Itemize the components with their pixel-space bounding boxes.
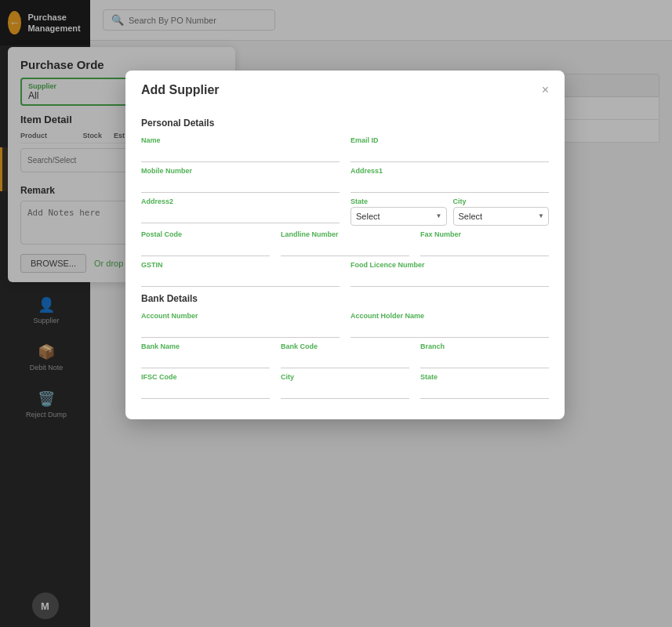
postal-landline-fax-row: Postal Code Landline Number Fax Number [141, 230, 549, 256]
bank-code-group: Bank Code [281, 342, 409, 368]
branch-group: Branch [420, 342, 549, 368]
account-row: Account Number Account Holder Name [141, 312, 549, 338]
fax-input[interactable] [420, 240, 549, 256]
gstin-label: GSTIN [141, 261, 340, 269]
city-select[interactable]: Select [453, 207, 550, 226]
bank-state-label: State [420, 373, 549, 381]
gstin-food-row: GSTIN Food Licence Number [141, 261, 549, 287]
modal-title: Add Supplier [141, 83, 220, 97]
bank-city-input[interactable] [281, 382, 409, 399]
email-group: Email ID [351, 136, 549, 162]
fax-label: Fax Number [420, 230, 549, 238]
bank-code-input[interactable] [281, 352, 409, 368]
ifsc-group: IFSC Code [141, 373, 270, 399]
email-input[interactable] [351, 146, 549, 162]
gstin-input[interactable] [141, 270, 340, 287]
bank-name-group: Bank Name [141, 342, 270, 368]
close-button[interactable]: × [542, 84, 549, 96]
address2-label: Address2 [141, 198, 340, 205]
bank-code-label: Bank Code [281, 342, 409, 350]
branch-input[interactable] [420, 352, 549, 368]
bank-state-group: State [420, 373, 549, 399]
fax-group: Fax Number [420, 230, 549, 256]
address1-label: Address1 [351, 167, 549, 175]
account-number-label: Account Number [141, 312, 340, 320]
ifsc-input[interactable] [141, 382, 270, 399]
food-licence-group: Food Licence Number [351, 261, 549, 287]
food-licence-label: Food Licence Number [351, 261, 549, 269]
city-label: City [453, 198, 550, 205]
address1-group: Address1 [351, 167, 549, 193]
address2-group: Address2 [141, 198, 340, 226]
postal-group: Postal Code [141, 230, 270, 256]
ifsc-label: IFSC Code [141, 373, 270, 381]
bank-city-group: City [281, 373, 409, 399]
account-number-group: Account Number [141, 312, 340, 338]
bank-name-code-branch-row: Bank Name Bank Code Branch [141, 342, 549, 368]
email-label: Email ID [351, 136, 549, 144]
bank-details-title: Bank Details [141, 293, 549, 304]
modal-body: Personal Details Name Email ID Mobile Nu… [125, 105, 565, 419]
name-input[interactable] [141, 146, 340, 162]
bank-name-input[interactable] [141, 352, 270, 368]
city-group: City Select ▼ [453, 198, 550, 226]
postal-input[interactable] [141, 240, 270, 256]
bank-name-label: Bank Name [141, 342, 270, 350]
add-supplier-modal: Add Supplier × Personal Details Name Ema… [125, 71, 565, 419]
name-label: Name [141, 136, 340, 144]
name-group: Name [141, 136, 340, 162]
mobile-input[interactable] [141, 176, 340, 193]
address2-state-row: Address2 State Select ▼ City Select ▼ [141, 198, 549, 226]
account-holder-label: Account Holder Name [351, 312, 549, 320]
landline-label: Landline Number [281, 230, 409, 238]
account-holder-input[interactable] [351, 321, 549, 338]
account-holder-group: Account Holder Name [351, 312, 549, 338]
state-group: State Select ▼ [351, 198, 447, 226]
postal-label: Postal Code [141, 230, 270, 238]
name-email-row: Name Email ID [141, 136, 549, 162]
ifsc-city-state-row: IFSC Code City State [141, 373, 549, 399]
mobile-label: Mobile Number [141, 167, 340, 175]
food-licence-input[interactable] [351, 270, 549, 287]
branch-label: Branch [420, 342, 549, 350]
gstin-group: GSTIN [141, 261, 340, 287]
mobile-group: Mobile Number [141, 167, 340, 193]
state-label: State [351, 198, 447, 205]
modal-header: Add Supplier × [125, 71, 565, 105]
personal-details-title: Personal Details [141, 118, 549, 129]
address1-input[interactable] [351, 176, 549, 193]
bank-state-input[interactable] [420, 382, 549, 399]
bank-city-label: City [281, 373, 409, 381]
landline-input[interactable] [281, 240, 409, 256]
mobile-address1-row: Mobile Number Address1 [141, 167, 549, 193]
account-number-input[interactable] [141, 321, 340, 338]
address2-input[interactable] [141, 207, 340, 223]
landline-group: Landline Number [281, 230, 409, 256]
state-select[interactable]: Select [351, 207, 447, 226]
